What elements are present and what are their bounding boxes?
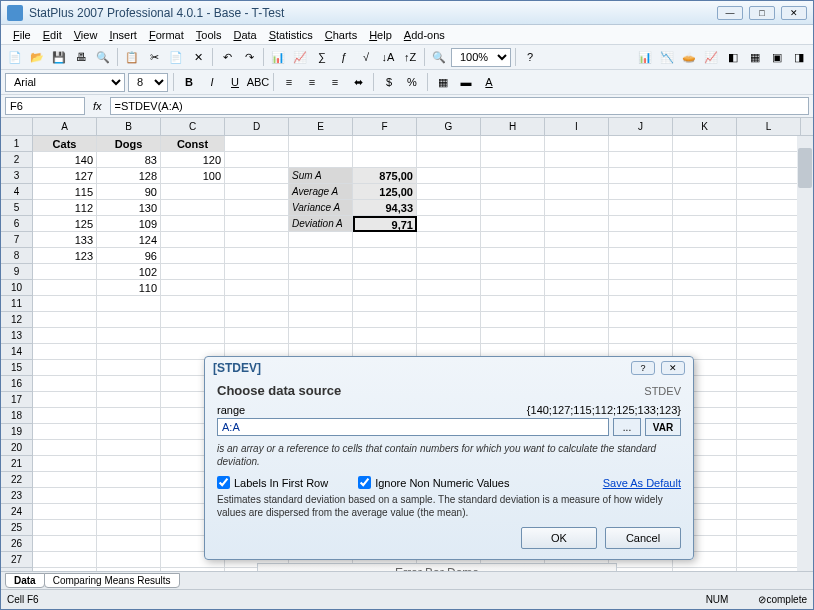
bold-button[interactable]: B	[179, 72, 199, 92]
open-icon[interactable]: 📂	[27, 47, 47, 67]
cell-H9[interactable]	[481, 264, 545, 280]
row-header-9[interactable]: 9	[1, 264, 33, 280]
formula-input[interactable]	[110, 97, 809, 115]
sort-desc-icon[interactable]: ↑Z	[400, 47, 420, 67]
row-header-3[interactable]: 3	[1, 168, 33, 184]
cell-D13[interactable]	[225, 328, 289, 344]
cell-E8[interactable]	[289, 248, 353, 264]
row-header-1[interactable]: 1	[1, 136, 33, 152]
row-header-26[interactable]: 26	[1, 536, 33, 552]
cell-G4[interactable]	[417, 184, 481, 200]
column-header-H[interactable]: H	[481, 118, 545, 135]
cell-D10[interactable]	[225, 280, 289, 296]
cell-K5[interactable]	[673, 200, 737, 216]
cell-F10[interactable]	[353, 280, 417, 296]
cell-A16[interactable]	[33, 376, 97, 392]
cell-L27[interactable]	[737, 552, 801, 568]
sheet-tab-0[interactable]: Data	[5, 573, 45, 588]
close-button[interactable]: ✕	[781, 6, 807, 20]
menu-format[interactable]: Format	[143, 27, 190, 43]
cell-A21[interactable]	[33, 456, 97, 472]
column-header-J[interactable]: J	[609, 118, 673, 135]
row-header-15[interactable]: 15	[1, 360, 33, 376]
menu-add-ons[interactable]: Add-ons	[398, 27, 451, 43]
row-header-24[interactable]: 24	[1, 504, 33, 520]
cell-B26[interactable]	[97, 536, 161, 552]
cell-A1[interactable]: Cats	[33, 136, 97, 152]
stat1-icon[interactable]: ∑	[312, 47, 332, 67]
cell-C3[interactable]: 100	[161, 168, 225, 184]
cell-I11[interactable]	[545, 296, 609, 312]
cell-B8[interactable]: 96	[97, 248, 161, 264]
cell-I13[interactable]	[545, 328, 609, 344]
cell-B28[interactable]	[97, 568, 161, 571]
row-header-27[interactable]: 27	[1, 552, 33, 568]
cell-B10[interactable]: 110	[97, 280, 161, 296]
cell-L4[interactable]	[737, 184, 801, 200]
cell-F11[interactable]	[353, 296, 417, 312]
print-icon[interactable]: 🖶	[71, 47, 91, 67]
cell-D6[interactable]	[225, 216, 289, 232]
cell-I1[interactable]	[545, 136, 609, 152]
row-header-12[interactable]: 12	[1, 312, 33, 328]
cell-D1[interactable]	[225, 136, 289, 152]
cell-K3[interactable]	[673, 168, 737, 184]
cut-icon[interactable]: ✂	[144, 47, 164, 67]
cell-J9[interactable]	[609, 264, 673, 280]
charticon-3[interactable]: 🥧	[679, 47, 699, 67]
cell-G12[interactable]	[417, 312, 481, 328]
menu-statistics[interactable]: Statistics	[263, 27, 319, 43]
cell-A10[interactable]	[33, 280, 97, 296]
maximize-button[interactable]: □	[749, 6, 775, 20]
cell-B24[interactable]	[97, 504, 161, 520]
charticon-4[interactable]: 📈	[701, 47, 721, 67]
font-name-combo[interactable]: Arial	[5, 73, 125, 92]
cell-C13[interactable]	[161, 328, 225, 344]
redo-icon[interactable]: ↷	[239, 47, 259, 67]
cell-F4[interactable]: 125,00	[353, 184, 417, 200]
row-header-10[interactable]: 10	[1, 280, 33, 296]
cell-J1[interactable]	[609, 136, 673, 152]
cell-A7[interactable]: 133	[33, 232, 97, 248]
cell-E1[interactable]	[289, 136, 353, 152]
italic-button[interactable]: I	[202, 72, 222, 92]
cell-I4[interactable]	[545, 184, 609, 200]
border-icon[interactable]: ▦	[433, 72, 453, 92]
cell-L24[interactable]	[737, 504, 801, 520]
scrollbar-thumb[interactable]	[798, 148, 812, 188]
cell-A5[interactable]: 112	[33, 200, 97, 216]
cell-A24[interactable]	[33, 504, 97, 520]
var-button[interactable]: VAR	[645, 418, 681, 436]
cell-A20[interactable]	[33, 440, 97, 456]
cell-E5[interactable]: Variance A	[289, 200, 353, 216]
ignore-nonnumeric-check[interactable]: Ignore Non Numeric Values	[358, 476, 509, 489]
cell-L2[interactable]	[737, 152, 801, 168]
cell-G8[interactable]	[417, 248, 481, 264]
font-color-icon[interactable]: A	[479, 72, 499, 92]
cell-L12[interactable]	[737, 312, 801, 328]
cell-F5[interactable]: 94,33	[353, 200, 417, 216]
cell-I3[interactable]	[545, 168, 609, 184]
currency-icon[interactable]: $	[379, 72, 399, 92]
dialog-close-button[interactable]: ✕	[661, 361, 685, 375]
cell-B20[interactable]	[97, 440, 161, 456]
delete-icon[interactable]: ✕	[188, 47, 208, 67]
cell-C5[interactable]	[161, 200, 225, 216]
column-header-I[interactable]: I	[545, 118, 609, 135]
preview-icon[interactable]: 🔍	[93, 47, 113, 67]
cell-L9[interactable]	[737, 264, 801, 280]
cell-I12[interactable]	[545, 312, 609, 328]
cell-G3[interactable]	[417, 168, 481, 184]
cell-E7[interactable]	[289, 232, 353, 248]
cell-B23[interactable]	[97, 488, 161, 504]
cell-C1[interactable]: Const	[161, 136, 225, 152]
row-header-23[interactable]: 23	[1, 488, 33, 504]
cell-B15[interactable]	[97, 360, 161, 376]
cell-A28[interactable]	[33, 568, 97, 571]
cell-K11[interactable]	[673, 296, 737, 312]
cell-A14[interactable]	[33, 344, 97, 360]
cell-A12[interactable]	[33, 312, 97, 328]
menu-insert[interactable]: Insert	[103, 27, 143, 43]
column-header-G[interactable]: G	[417, 118, 481, 135]
menu-view[interactable]: View	[68, 27, 104, 43]
